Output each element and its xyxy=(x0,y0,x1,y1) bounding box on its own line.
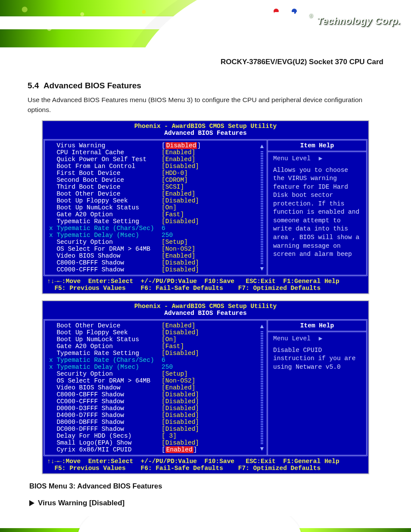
bios-setting-value[interactable]: [Enabled] xyxy=(162,156,195,163)
bios-setting-value[interactable]: [ 3] xyxy=(162,432,177,439)
bios-setting-row[interactable]: Second Boot Device [CDROM] xyxy=(49,177,263,184)
bios-setting-label: CPU Internal Cache xyxy=(49,149,162,156)
iei-logo-icon xyxy=(274,12,305,30)
bios-setting-row[interactable]: Boot Other Device [Enabled] xyxy=(49,322,263,329)
bios-setting-row[interactable]: Security Option [Setup] xyxy=(49,370,263,377)
scroll-track[interactable] xyxy=(261,331,263,444)
bios1-scroll[interactable]: ▲ ▼ xyxy=(259,143,265,272)
scroll-up-arrow-icon[interactable]: ▲ xyxy=(260,323,264,330)
bios-setting-value[interactable]: [Disabled] xyxy=(162,142,201,149)
bios-setting-row[interactable]: OS Select For DRAM > 64MB [Non-OS2] xyxy=(49,246,263,252)
bios-setting-value[interactable]: [Non-OS2] xyxy=(162,246,195,252)
bios2-left-panel[interactable]: Boot Other Device [Enabled] Boot Up Flop… xyxy=(45,320,268,455)
bios-setting-value[interactable]: [Disabled] xyxy=(162,391,199,398)
bios-setting-value[interactable]: [Disabled] xyxy=(162,350,199,357)
bios-setting-value[interactable]: [Disabled] xyxy=(162,329,199,336)
bios-setting-value[interactable]: [Fast] xyxy=(162,211,184,218)
bios-setting-value[interactable]: [Enabled] xyxy=(162,190,195,197)
bios-setting-row[interactable]: Gate A20 Option [Fast] xyxy=(49,211,263,218)
bios1-help-panel: Item Help Menu Level ▶ Allows you to cho… xyxy=(268,140,366,275)
bios-setting-value[interactable]: [Enabled] xyxy=(162,446,197,453)
bios-setting-row[interactable]: Boot From Lan Control [Disabled] xyxy=(49,163,263,170)
bios-setting-value[interactable]: [Disabled] xyxy=(162,412,199,419)
bios-setting-value[interactable]: [Disabled] xyxy=(162,197,199,204)
bios-setting-row[interactable]: Typematic Rate Setting [Disabled] xyxy=(49,350,263,357)
bios-setting-value[interactable]: 250 xyxy=(162,232,173,239)
bios-setting-row[interactable]: D0000-D3FFF Shadow [Disabled] xyxy=(49,405,263,412)
bios-setting-row[interactable]: Boot Other Device [Enabled] xyxy=(49,190,263,197)
bios-setting-value[interactable]: [Disabled] xyxy=(162,405,199,412)
brand-name: Technology Corp. xyxy=(317,16,401,27)
bios-setting-row[interactable]: Boot Up NumLock Status [On] xyxy=(49,204,263,211)
bios-setting-value[interactable]: [Setup] xyxy=(162,239,188,246)
bios-setting-row[interactable]: Delay For HDD (Secs) [ 3] xyxy=(49,432,263,439)
bios-setting-label: Quick Power On Self Test xyxy=(49,156,162,163)
scroll-down-arrow-icon[interactable]: ▼ xyxy=(260,265,264,272)
bios-setting-row[interactable]: Boot Up NumLock Status [On] xyxy=(49,336,263,343)
bios-setting-row[interactable]: C8000-CBFFF Shadow [Disabled] xyxy=(49,259,263,266)
bios-setting-row[interactable]: D4000-D7FFF Shadow [Disabled] xyxy=(49,412,263,419)
bios-setting-row[interactable]: D8000-DBFFF Shadow [Disabled] xyxy=(49,419,263,426)
bios-setting-row[interactable]: x Typematic Delay (Msec) 250 xyxy=(49,364,263,370)
bios-setting-row[interactable]: CC000-CFFFF Shadow [Disabled] xyxy=(49,398,263,405)
bios-setting-row[interactable]: x Typematic Rate (Chars/Sec) 6 xyxy=(49,357,263,364)
bios-setting-row[interactable]: First Boot Device [HDD-0] xyxy=(49,170,263,177)
bios-setting-value[interactable]: [Disabled] xyxy=(162,163,199,170)
bios-setting-value[interactable]: [Enabled] xyxy=(162,322,195,329)
bios-setting-row[interactable]: CC000-CFFFF Shadow [Disabled] xyxy=(49,266,263,273)
bios-setting-value[interactable]: [CDROM] xyxy=(162,177,188,184)
bios-setting-row[interactable]: Typematic Rate Setting [Disabled] xyxy=(49,218,263,225)
bios-setting-value[interactable]: [On] xyxy=(162,204,177,211)
bios-setting-row[interactable]: OS Select For DRAM > 64MB [Non-OS2] xyxy=(49,377,263,384)
bios-setting-row[interactable]: x Typematic Delay (Msec) 250 xyxy=(49,232,263,239)
bios-setting-label: First Boot Device xyxy=(49,170,162,177)
bios-setting-value[interactable]: [Disabled] xyxy=(162,419,199,426)
bios-setting-value[interactable]: 6 xyxy=(162,357,165,364)
bios-setting-row[interactable]: Security Option [Setup] xyxy=(49,239,263,246)
scroll-track[interactable] xyxy=(261,151,263,264)
bios-setting-value[interactable]: [Enabled] xyxy=(162,149,195,156)
bios-setting-value[interactable]: [HDD-0] xyxy=(162,170,188,177)
bios-setting-row[interactable]: Boot Up Floppy Seek [Disabled] xyxy=(49,329,263,336)
bios-setting-row[interactable]: DC000-DFFFF Shadow [Disabled] xyxy=(49,426,263,432)
bios-setting-value[interactable]: 250 xyxy=(162,364,173,370)
bios-setting-value[interactable]: [Disabled] xyxy=(162,218,199,225)
bios-setting-label: C8000-CBFFF Shadow xyxy=(49,259,162,266)
bios-setting-label: D0000-D3FFF Shadow xyxy=(49,405,162,412)
bios-setting-value[interactable]: [Non-OS2] xyxy=(162,377,195,384)
bios-setting-row[interactable]: Virus Warning [Disabled] xyxy=(49,142,263,149)
bios-setting-value[interactable]: [SCSI] xyxy=(162,184,184,190)
bios-setting-row[interactable]: Quick Power On Self Test [Enabled] xyxy=(49,156,263,163)
bios-setting-value[interactable]: [Fast] xyxy=(162,343,184,350)
bios-setting-value[interactable]: [Setup] xyxy=(162,370,188,377)
bios-setting-row[interactable]: CPU Internal Cache [Enabled] xyxy=(49,149,263,156)
bios2-scroll[interactable]: ▲ ▼ xyxy=(259,323,265,452)
bios-setting-value[interactable]: [Disabled] xyxy=(162,398,199,405)
bios-setting-value[interactable]: [Enabled] xyxy=(162,384,195,391)
bios-setting-value[interactable]: [Enabled] xyxy=(162,252,195,259)
bios-setting-value[interactable]: [Disabled] xyxy=(162,259,199,266)
bios-setting-value[interactable]: [Disabled] xyxy=(162,439,199,446)
bios-setting-value[interactable]: [On] xyxy=(162,336,177,343)
bios-setting-row[interactable]: Video BIOS Shadow [Enabled] xyxy=(49,252,263,259)
bios-setting-row[interactable]: Small Logo(EPA) Show [Disabled] xyxy=(49,439,263,446)
bios-setting-label: Boot Up NumLock Status xyxy=(49,204,162,211)
bios-setting-value[interactable]: [Disabled] xyxy=(162,426,199,432)
bios-setting-row[interactable]: Third Boot Device [SCSI] xyxy=(49,184,263,190)
bios-setting-row[interactable]: Boot Up Floppy Seek [Disabled] xyxy=(49,197,263,204)
bios-setting-row[interactable]: C8000-CBFFF Shadow [Disabled] xyxy=(49,391,263,398)
bios-setting-label: x Typematic Delay (Msec) xyxy=(49,232,162,239)
footer-white-wave xyxy=(78,516,302,532)
bios-setting-row[interactable]: Gate A20 Option [Fast] xyxy=(49,343,263,350)
bios-setting-row[interactable]: Video BIOS Shadow [Enabled] xyxy=(49,384,263,391)
bios-setting-label: D4000-D7FFF Shadow xyxy=(49,412,162,419)
bios-screenshot-2: Phoenix - AwardBIOS CMOS Setup Utility A… xyxy=(42,300,369,474)
bios-setting-row[interactable]: Cyrix 6x86/MII CPUID [Enabled] xyxy=(49,446,263,453)
bios-setting-value[interactable]: [Disabled] xyxy=(162,266,199,273)
bios-setting-row[interactable]: x Typematic Rate (Chars/Sec) 6 xyxy=(49,225,263,232)
right-arrow-icon xyxy=(29,500,34,506)
bios-setting-value[interactable]: 6 xyxy=(162,225,165,232)
scroll-up-arrow-icon[interactable]: ▲ xyxy=(260,143,264,150)
bios1-left-panel[interactable]: Virus Warning [Disabled] CPU Internal Ca… xyxy=(45,140,268,275)
scroll-down-arrow-icon[interactable]: ▼ xyxy=(260,445,264,452)
